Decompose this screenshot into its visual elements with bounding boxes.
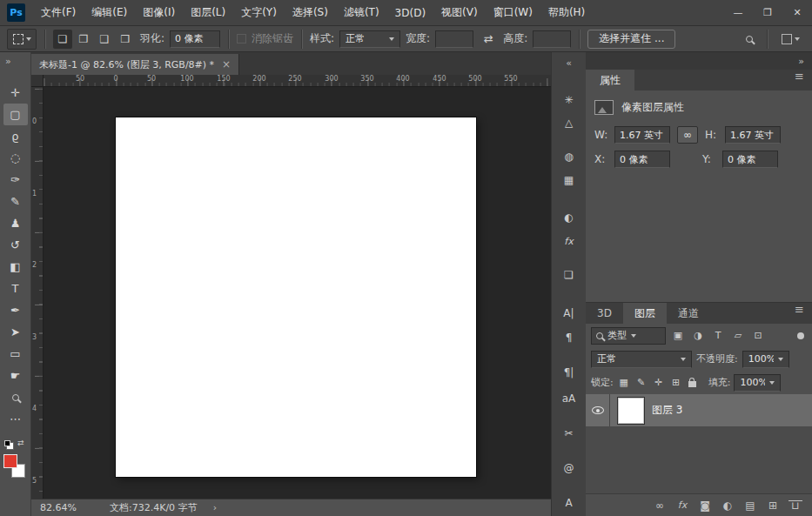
add-to-selection-button[interactable]: ❐: [74, 30, 93, 49]
rectangular-marquee-tool[interactable]: ▢: [3, 104, 28, 125]
move-tool[interactable]: ✛: [3, 82, 28, 104]
gradients-panel-icon[interactable]: ◐: [552, 209, 586, 226]
menu-edit[interactable]: 编辑(E): [84, 0, 135, 26]
new-layer-icon[interactable]: ⊞: [767, 499, 779, 512]
search-icon[interactable]: [740, 30, 759, 49]
menu-window[interactable]: 窗口(W): [486, 0, 540, 26]
link-dimensions-icon[interactable]: ∞: [677, 126, 698, 144]
path-selection-tool[interactable]: ➤: [3, 321, 28, 343]
tab-layers[interactable]: 图层: [623, 303, 667, 324]
subtract-from-selection-button[interactable]: ❑: [95, 30, 114, 49]
menu-layer[interactable]: 图层(L): [183, 0, 233, 26]
layer-x-field[interactable]: [614, 151, 670, 168]
link-layers-icon[interactable]: ∞: [654, 499, 666, 512]
lock-artboard-icon[interactable]: ⊞: [669, 376, 683, 390]
select-and-mask-button[interactable]: 选择并遮住 ...: [587, 30, 675, 49]
filter-shape-layers-icon[interactable]: ▱: [730, 328, 746, 344]
lock-all-icon[interactable]: [688, 381, 696, 387]
new-group-icon[interactable]: ▤: [744, 499, 756, 512]
menu-type[interactable]: 文字(Y): [233, 0, 285, 26]
menu-filter[interactable]: 滤镜(T): [336, 0, 387, 26]
menu-file[interactable]: 文件(F): [33, 0, 84, 26]
visibility-toggle[interactable]: [586, 394, 610, 426]
lock-position-icon[interactable]: ✛: [652, 376, 666, 390]
layer-width-field[interactable]: [614, 126, 670, 144]
tool-preset-button[interactable]: [7, 29, 37, 50]
delete-layer-icon[interactable]: ⊔: [789, 499, 802, 512]
width-input[interactable]: [435, 30, 473, 48]
tab-channels[interactable]: 通道: [667, 303, 710, 324]
layer-height-field[interactable]: [725, 126, 781, 144]
opacity-select[interactable]: 100%: [742, 351, 789, 368]
filter-type-layers-icon[interactable]: T: [710, 328, 726, 344]
brush-settings-panel-icon[interactable]: ✳: [552, 91, 586, 109]
layers-panel-icon[interactable]: ❏: [552, 266, 586, 284]
rectangle-tool[interactable]: ▭: [3, 343, 28, 365]
menu-view[interactable]: 视图(V): [433, 0, 486, 26]
layer-y-field[interactable]: [722, 151, 778, 168]
expand-dock-icon[interactable]: »: [798, 56, 804, 67]
new-adjustment-layer-icon[interactable]: ◐: [721, 499, 734, 512]
filter-smart-objects-icon[interactable]: ⊡: [750, 328, 766, 344]
intersect-selection-button[interactable]: ❒: [116, 30, 135, 49]
lock-image-pixels-icon[interactable]: ✎: [634, 376, 648, 390]
canvas[interactable]: [116, 117, 476, 477]
style-select[interactable]: 正常: [339, 30, 400, 48]
panel-menu-icon[interactable]: ≡: [787, 70, 812, 90]
paragraph-styles-panel-icon[interactable]: ¶|: [552, 364, 586, 381]
maximize-button[interactable]: ❐: [753, 0, 782, 26]
close-button[interactable]: ✕: [782, 0, 812, 26]
add-layer-mask-icon[interactable]: ◙: [699, 499, 711, 512]
scissors-panel-icon[interactable]: ✂: [552, 425, 586, 442]
height-input[interactable]: [533, 30, 571, 48]
type-tool[interactable]: T: [3, 278, 28, 299]
color-panel-icon[interactable]: ◍: [552, 148, 586, 165]
menu-image[interactable]: 图像(I): [135, 0, 183, 26]
expand-tools-icon[interactable]: »: [0, 56, 30, 67]
filter-adjustment-layers-icon[interactable]: ◑: [690, 328, 706, 344]
panel-menu-icon[interactable]: ≡: [787, 303, 812, 324]
collapse-panels-icon[interactable]: «: [552, 57, 586, 69]
close-document-icon[interactable]: ×: [222, 58, 231, 70]
clone-stamp-tool[interactable]: ♟: [3, 212, 28, 234]
character-panel-icon[interactable]: A|: [552, 305, 586, 322]
zoom-level-field[interactable]: 82.64%: [31, 502, 101, 513]
eyedropper-tool[interactable]: ✑: [3, 169, 28, 191]
history-brush-tool[interactable]: ↺: [3, 234, 28, 256]
styles-panel-icon[interactable]: fx: [552, 233, 586, 251]
hand-tool[interactable]: ☛: [3, 365, 28, 386]
lock-transparent-pixels-icon[interactable]: ▦: [617, 376, 631, 390]
layer-thumbnail[interactable]: [618, 398, 644, 424]
status-chevron-icon[interactable]: ›: [213, 502, 217, 513]
pen-tool[interactable]: ✒: [3, 299, 28, 321]
lasso-tool[interactable]: ϱ: [3, 125, 28, 147]
swatches-panel-icon[interactable]: ▦: [552, 171, 586, 189]
brush-tool[interactable]: ✎: [3, 191, 28, 212]
annotations-panel-icon[interactable]: @: [552, 459, 586, 477]
filter-toggle-icon[interactable]: [797, 332, 804, 339]
gradient-tool[interactable]: ◧: [3, 256, 28, 278]
swap-dimensions-icon[interactable]: ⇄: [479, 30, 498, 49]
new-selection-button[interactable]: ❏: [53, 30, 72, 49]
brushes-panel-icon[interactable]: △: [552, 114, 586, 131]
menu-3d[interactable]: 3D(D): [387, 0, 433, 26]
default-colors-icon[interactable]: [4, 440, 10, 446]
zoom-tool[interactable]: [3, 386, 28, 408]
paragraph-panel-icon[interactable]: ¶: [552, 329, 586, 346]
filter-pixel-layers-icon[interactable]: ▣: [670, 328, 686, 344]
menu-help[interactable]: 帮助(H): [540, 0, 593, 26]
foreground-color-swatch[interactable]: [3, 454, 17, 468]
menu-select[interactable]: 选择(S): [285, 0, 336, 26]
antialias-checkbox[interactable]: [237, 34, 246, 44]
document-tab[interactable]: 未标题-1 @ 82.6% (图层 3, RGB/8#) * ×: [31, 54, 239, 75]
fill-select[interactable]: 100%: [734, 374, 781, 392]
tab-3d[interactable]: 3D: [586, 303, 623, 324]
quick-selection-tool[interactable]: ◌: [3, 147, 28, 169]
tab-properties[interactable]: 属性: [586, 70, 634, 90]
layer-style-icon[interactable]: fx: [676, 499, 688, 511]
feather-input[interactable]: [170, 30, 220, 48]
edit-toolbar-button[interactable]: ⋯: [3, 408, 28, 430]
minimize-button[interactable]: —: [723, 0, 753, 26]
filter-type-select[interactable]: 类型: [591, 327, 666, 345]
swap-colors-icon[interactable]: ⇄: [17, 439, 24, 447]
